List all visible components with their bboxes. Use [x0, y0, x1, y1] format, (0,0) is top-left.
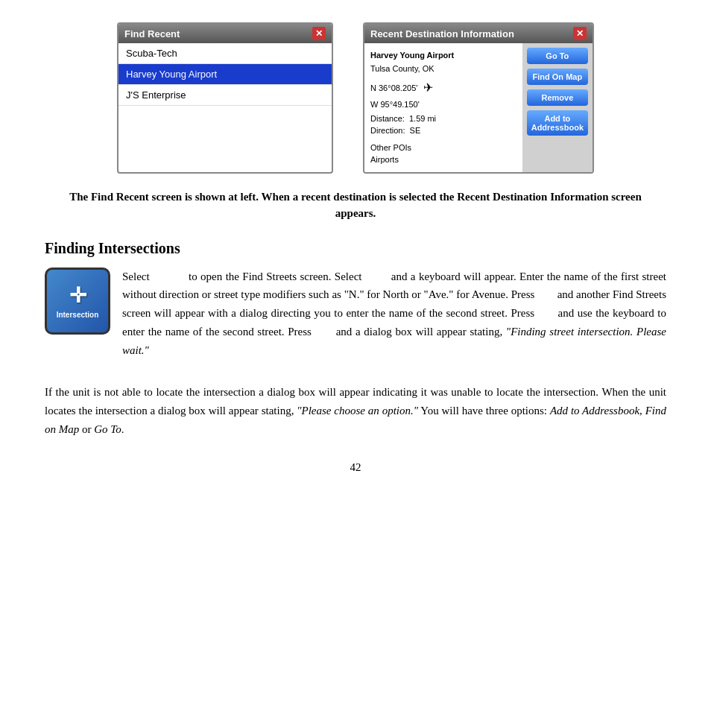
airplane-icon: ✈	[423, 79, 433, 97]
intersection-section: ✛ Intersection Select to open the Find S…	[45, 268, 666, 372]
find-recent-spacer	[118, 106, 332, 165]
recent-dest-panel: Recent Destination Information ✕ Harvey …	[363, 22, 594, 174]
dest-coords-n: N 36°08.205' ✈	[370, 79, 516, 97]
recent-dest-close-button[interactable]: ✕	[573, 27, 587, 40]
recent-dest-title: Recent Destination Information	[370, 28, 514, 39]
find-recent-panel: Find Recent ✕ Scuba-Tech Harvey Young Ai…	[117, 22, 333, 174]
italic-text-1: "Finding street intersection. Please wai…	[122, 326, 666, 356]
find-recent-list: Scuba-Tech Harvey Young Airport J'S Ente…	[118, 43, 332, 165]
caption-text: The Find Recent screen is shown at left.…	[67, 189, 644, 222]
find-recent-close-button[interactable]: ✕	[312, 27, 326, 40]
body-paragraph-2: If the unit is not able to locate the in…	[45, 383, 666, 438]
page-number: 42	[45, 461, 666, 474]
intersection-cross-icon: ✛	[69, 283, 86, 308]
list-item[interactable]: Harvey Young Airport	[118, 64, 332, 85]
italic-text-5: Go To	[94, 423, 121, 435]
italic-text-2: "Please choose an option."	[297, 405, 418, 417]
dest-distance: Distance: 1.59 mi	[370, 113, 516, 125]
dest-county: Tulsa County, OK	[370, 63, 516, 75]
find-recent-titlebar: Find Recent ✕	[118, 24, 332, 43]
go-to-button[interactable]: Go To	[527, 48, 588, 64]
list-item[interactable]: J'S Enterprise	[118, 85, 332, 106]
italic-text-3: Add to Addressbook	[550, 405, 639, 417]
dest-name: Harvey Young Airport	[370, 49, 516, 62]
recent-dest-info: Harvey Young Airport Tulsa County, OK N …	[364, 43, 522, 172]
list-item[interactable]: Scuba-Tech	[118, 43, 332, 64]
recent-dest-titlebar: Recent Destination Information ✕	[364, 24, 592, 43]
recent-dest-buttons: Go To Find On Map Remove Add toAddressbo…	[522, 43, 592, 172]
intersection-icon-box: ✛ Intersection	[45, 268, 110, 335]
dest-direction: Direction: SE	[370, 124, 516, 137]
panels-row: Find Recent ✕ Scuba-Tech Harvey Young Ai…	[45, 22, 666, 174]
find-recent-title: Find Recent	[124, 28, 180, 39]
add-to-addressbook-button[interactable]: Add toAddressbook	[527, 110, 588, 136]
recent-dest-body: Harvey Young Airport Tulsa County, OK N …	[364, 43, 592, 172]
body-paragraph-1: Select to open the Find Streets screen. …	[122, 268, 666, 360]
find-on-map-button[interactable]: Find On Map	[527, 69, 588, 85]
section-heading: Finding Intersections	[45, 240, 666, 257]
dest-coords-w: W 95°49.150'	[370, 98, 516, 111]
dest-other-pois: Other POIs Airports	[370, 142, 516, 166]
intersection-label: Intersection	[57, 311, 99, 319]
remove-button[interactable]: Remove	[527, 89, 588, 106]
